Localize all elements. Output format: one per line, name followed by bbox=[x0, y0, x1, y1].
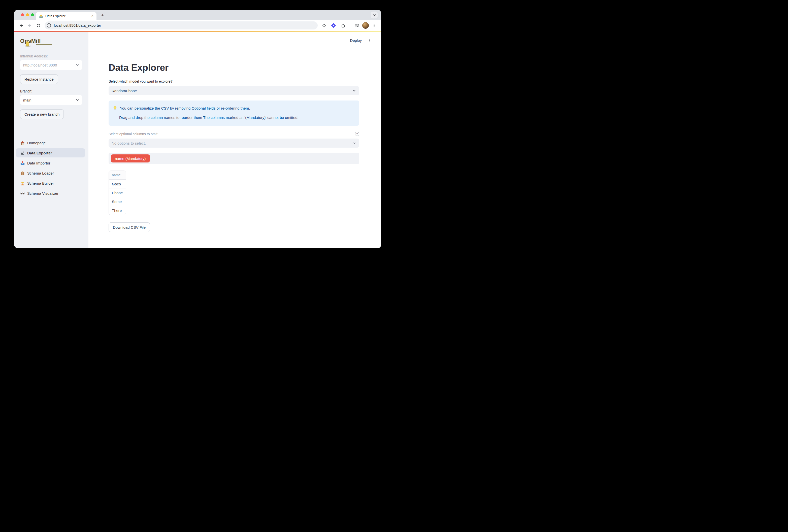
house-icon bbox=[20, 141, 25, 145]
traffic-lights bbox=[21, 13, 34, 16]
bookmark-star-icon[interactable] bbox=[320, 21, 328, 30]
sidebar-item-label: Schema Loader bbox=[27, 171, 54, 175]
page-column: Data Explorer Select which model you wan… bbox=[109, 32, 359, 232]
sidebar-item-label: Data Importer bbox=[27, 161, 51, 165]
omit-columns-value: No options to select. bbox=[112, 141, 352, 145]
download-csv-button[interactable]: Download CSV File bbox=[109, 222, 150, 232]
help-icon[interactable]: ? bbox=[355, 132, 359, 136]
reload-button[interactable] bbox=[34, 21, 43, 30]
sidebar-item-data-exporter[interactable]: Data Exporter bbox=[16, 149, 85, 157]
branch-value: main bbox=[23, 98, 73, 102]
forward-button[interactable] bbox=[25, 21, 34, 30]
streamlit-header: Deploy bbox=[350, 38, 372, 43]
inbox-tray-icon bbox=[20, 161, 25, 165]
branch-label: Branch: bbox=[20, 89, 82, 93]
browser-toolbar: localhost:8501/data_exporter bbox=[14, 20, 381, 31]
sidebar-item-schema-loader[interactable]: Schema Loader bbox=[16, 169, 85, 178]
telescope-icon bbox=[20, 151, 25, 155]
sidebar-item-schema-visualizer[interactable]: Schema Visualizer bbox=[16, 189, 85, 198]
infrahub-address-value: http://localhost:8000 bbox=[23, 63, 73, 67]
branch-select[interactable]: main bbox=[20, 95, 82, 105]
model-select[interactable]: RandomPhone bbox=[109, 86, 359, 95]
infrahub-address-label: Infrahub Address: bbox=[20, 54, 82, 58]
site-info-icon[interactable] bbox=[46, 22, 52, 28]
infrahub-address-select[interactable]: http://localhost:8000 bbox=[20, 60, 82, 70]
table-row: Some bbox=[109, 197, 126, 206]
sidebar-item-label: Homepage bbox=[27, 141, 45, 145]
opsmill-logo-text: OpsMill bbox=[20, 38, 41, 44]
app-body: OpsMill Infrahub Address: http://localho… bbox=[14, 32, 381, 248]
info-text-line2: Drag and drop the column names to reorde… bbox=[119, 115, 355, 120]
table-row: Goes bbox=[109, 180, 126, 189]
toolbar-actions bbox=[320, 21, 378, 30]
mandatory-column-pill[interactable]: name (Mandatory) bbox=[111, 154, 150, 162]
browser-window: Data Explorer × + bbox=[14, 10, 381, 248]
sidebar-item-data-importer[interactable]: Data Importer bbox=[16, 158, 85, 168]
minimize-window-button[interactable] bbox=[26, 13, 29, 16]
browser-tab[interactable]: Data Explorer × bbox=[36, 12, 97, 20]
preview-table: name Goes Phone Some There bbox=[109, 171, 126, 215]
close-window-button[interactable] bbox=[21, 13, 24, 16]
info-text-line1: You can personalize the CSV by removing … bbox=[120, 106, 250, 110]
tab-search-button[interactable] bbox=[371, 12, 378, 18]
opsmill-mascot-icon bbox=[26, 41, 29, 46]
sidebar-nav: Homepage Data Exporter bbox=[16, 138, 85, 198]
page-title: Data Explorer bbox=[109, 62, 359, 73]
profile-avatar[interactable] bbox=[362, 22, 369, 29]
deploy-button[interactable]: Deploy bbox=[350, 38, 362, 43]
construction-worker-icon bbox=[20, 181, 25, 186]
light-bulb-icon bbox=[113, 106, 117, 111]
omit-row: Select optional columns to omit: ? bbox=[109, 132, 359, 136]
model-select-value: RandomPhone bbox=[112, 89, 352, 93]
app-menu-icon[interactable] bbox=[368, 39, 372, 43]
chevron-down-icon bbox=[75, 63, 79, 67]
sidebar-item-homepage[interactable]: Homepage bbox=[16, 138, 85, 147]
url-text: localhost:8501/data_exporter bbox=[54, 23, 101, 27]
zoom-window-button[interactable] bbox=[31, 13, 34, 16]
new-tab-button[interactable]: + bbox=[99, 12, 106, 19]
address-bar[interactable]: localhost:8501/data_exporter bbox=[45, 21, 318, 29]
sidebar: OpsMill Infrahub Address: http://localho… bbox=[14, 32, 88, 248]
omit-columns-multiselect[interactable]: No options to select. bbox=[109, 139, 359, 147]
sidebar-item-label: Data Exporter bbox=[27, 151, 52, 155]
chevron-down-icon bbox=[352, 89, 356, 93]
sidebar-item-schema-builder[interactable]: Schema Builder bbox=[16, 179, 85, 188]
toolbar-divider bbox=[350, 23, 350, 28]
puzzle-piece-icon[interactable] bbox=[339, 21, 348, 30]
opsmill-logo: OpsMill bbox=[20, 38, 82, 49]
info-box: You can personalize the CSV by removing … bbox=[109, 100, 359, 126]
worker-favicon bbox=[39, 14, 43, 18]
main-content: Deploy Data Explorer Select which model … bbox=[88, 32, 381, 248]
opsmill-logo-tagline bbox=[36, 44, 52, 45]
eyes-icon bbox=[20, 191, 25, 196]
table-row: There bbox=[109, 206, 126, 215]
back-button[interactable] bbox=[17, 21, 25, 30]
chevron-down-icon bbox=[75, 98, 79, 102]
table-row: Phone bbox=[109, 189, 126, 197]
model-select-label: Select which model you want to explore? bbox=[109, 79, 359, 83]
create-branch-button[interactable]: Create a new branch bbox=[20, 109, 64, 119]
media-playlist-icon[interactable] bbox=[353, 21, 361, 30]
tab-strip: Data Explorer × + bbox=[14, 10, 381, 20]
sidebar-item-label: Schema Visualizer bbox=[27, 191, 58, 195]
sidebar-item-label: Schema Builder bbox=[27, 181, 54, 185]
omit-columns-label: Select optional columns to omit: bbox=[109, 132, 158, 136]
package-icon bbox=[20, 171, 25, 176]
replace-instance-button[interactable]: Replace Instance bbox=[20, 74, 58, 84]
browser-menu-icon[interactable] bbox=[370, 21, 378, 30]
close-tab-icon[interactable]: × bbox=[91, 14, 94, 18]
chevron-down-icon bbox=[352, 141, 356, 145]
tab-title: Data Explorer bbox=[45, 14, 89, 18]
table-header-name: name bbox=[109, 171, 126, 180]
starburst-extension-icon[interactable] bbox=[329, 21, 338, 30]
column-order-strip: name (Mandatory) bbox=[109, 153, 359, 164]
